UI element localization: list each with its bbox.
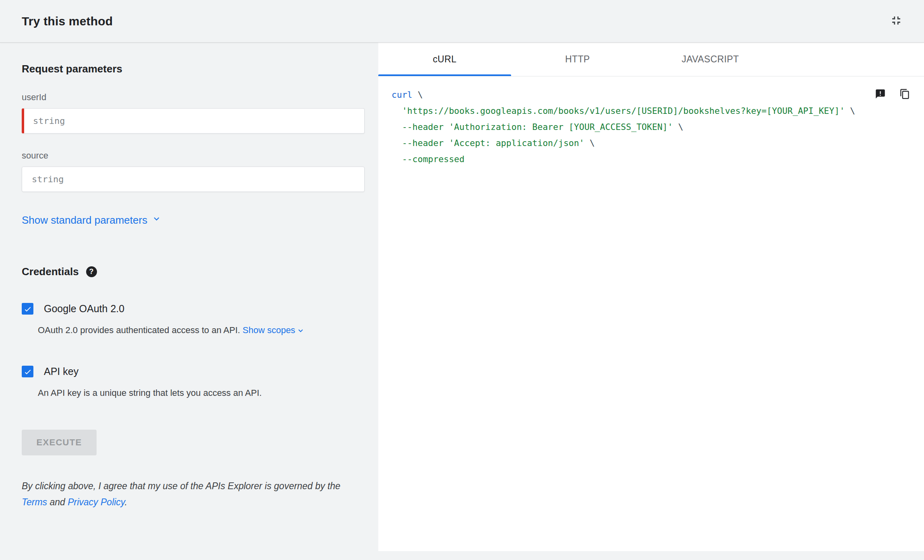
dialog-title: Try this method	[22, 14, 113, 28]
collapse-button[interactable]	[887, 11, 905, 31]
dialog-header: Try this method	[0, 0, 924, 43]
privacy-policy-link[interactable]: Privacy Policy	[68, 497, 124, 507]
oauth-checkbox-row[interactable]: Google OAuth 2.0	[22, 303, 358, 315]
code-sample-panel: cURL HTTP JAVASCRIPT curl \ 'https://boo…	[378, 43, 924, 551]
code-tabs: cURL HTTP JAVASCRIPT	[378, 43, 924, 76]
show-standard-parameters-label: Show standard parameters	[22, 214, 147, 226]
oauth-description-text: OAuth 2.0 provides authenticated access …	[38, 325, 243, 335]
apikey-description: An API key is a unique string that lets …	[38, 388, 358, 398]
help-icon[interactable]: ?	[86, 266, 97, 277]
copy-icon	[899, 89, 910, 101]
credentials-heading: Credentials ?	[22, 266, 358, 278]
show-scopes-label: Show scopes	[243, 325, 295, 335]
apikey-checkbox[interactable]	[22, 366, 33, 377]
chevron-down-icon	[151, 214, 162, 227]
userid-input[interactable]	[22, 108, 365, 134]
apikey-checkbox-row[interactable]: API key	[22, 366, 358, 377]
copy-button[interactable]	[897, 86, 913, 103]
show-standard-parameters-link[interactable]: Show standard parameters	[22, 214, 162, 227]
disclaimer-text: and	[47, 497, 68, 507]
disclaimer-text: By clicking above, I agree that my use o…	[22, 481, 340, 491]
disclaimer-text: .	[125, 497, 127, 507]
field-label-source: source	[22, 150, 358, 161]
execute-button[interactable]: EXECUTE	[22, 430, 97, 455]
field-label-userid: userId	[22, 92, 358, 103]
credentials-heading-label: Credentials	[22, 266, 79, 278]
chevron-down-icon	[296, 325, 305, 336]
tab-javascript[interactable]: JAVASCRIPT	[644, 43, 777, 76]
oauth-description: OAuth 2.0 provides authenticated access …	[38, 325, 358, 336]
feedback-button[interactable]	[872, 86, 888, 103]
check-icon	[23, 367, 32, 376]
apikey-label: API key	[44, 366, 78, 377]
request-panel: Request parameters userId source Show st…	[0, 43, 378, 560]
tab-http[interactable]: HTTP	[511, 43, 644, 76]
check-icon	[23, 305, 32, 313]
collapse-icon	[889, 14, 903, 29]
tab-curl[interactable]: cURL	[378, 43, 511, 76]
show-scopes-link[interactable]: Show scopes	[243, 325, 305, 335]
source-input[interactable]	[22, 167, 365, 192]
code-block[interactable]: curl \ 'https://books.googleapis.com/boo…	[392, 87, 924, 167]
feedback-icon	[875, 89, 886, 101]
request-parameters-heading: Request parameters	[22, 63, 358, 75]
code-panel: curl \ 'https://books.googleapis.com/boo…	[378, 76, 924, 551]
oauth-checkbox[interactable]	[22, 303, 33, 315]
oauth-label: Google OAuth 2.0	[44, 303, 124, 315]
disclaimer: By clicking above, I agree that my use o…	[22, 478, 362, 510]
terms-link[interactable]: Terms	[22, 497, 47, 507]
